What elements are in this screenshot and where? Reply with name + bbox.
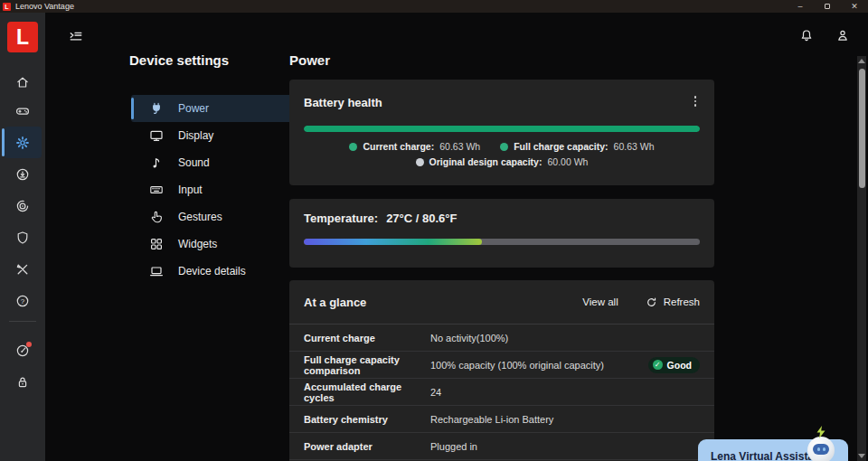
app-title: Lenovo Vantage [15,2,74,11]
green-dot-icon [500,143,508,151]
left-rail: L ? [0,13,45,461]
display-monitor-icon [149,128,164,143]
titlebar: L Lenovo Vantage – ✕ [0,0,868,13]
scrollbar-thumb[interactable] [859,69,865,188]
rail-divider [9,321,36,322]
device-laptop-icon [149,264,164,278]
nav-item-sound[interactable]: Sound [131,149,292,176]
at-a-glance-card: At a glance View all Refresh Current cha… [289,280,714,461]
kebab-menu-icon[interactable] [689,94,702,108]
legend-original-design-capacity: Original design capacity: 60.00 Wh [416,156,589,167]
check-circle-icon: ✓ [653,360,663,370]
power-plug-icon [149,101,164,116]
view-all-link[interactable]: View all [582,296,618,307]
refresh-label: Refresh [664,296,700,307]
battery-health-card: Battery health Current charge: 60.63 Wh … [289,80,714,185]
nav-item-gestures[interactable]: Gestures [131,203,292,230]
sound-note-icon [149,155,164,170]
refresh-icon [646,296,657,308]
nav-item-label: Device details [178,265,246,278]
svg-text:?: ? [21,297,25,306]
notifications-bell-icon[interactable] [799,28,814,43]
help-question-icon[interactable]: ? [15,294,30,308]
legend-full-charge-capacity: Full charge capacity: 60.63 Wh [500,141,654,152]
nav-item-input[interactable]: Input [131,176,292,203]
temperature-label: Temperature: [304,212,378,225]
battery-card-title: Battery health [304,96,382,109]
nav-item-label: Input [178,183,203,196]
input-keyboard-icon [149,183,164,197]
battery-health-bar [304,126,700,132]
nav-item-label: Display [178,129,213,142]
restore-icon [825,4,830,9]
nav-item-label: Sound [178,156,210,169]
content-area: Device settings Power Display Sound [45,13,868,461]
battery-health-bar-fill [304,126,700,132]
glance-title: At a glance [304,296,366,309]
account-user-icon[interactable] [835,28,850,43]
privacy-lock-icon[interactable] [15,375,30,390]
temperature-value: 27°C / 80.6°F [386,212,457,225]
collapse-menu-icon[interactable] [69,29,83,43]
app-logo-icon: L [3,3,11,11]
scrollbar[interactable] [857,56,866,461]
glance-row-full-charge-capacity-comparison: Full charge capacity comparison 100% cap… [289,352,714,379]
device-settings-menu: Power Display Sound Input [131,95,292,285]
rail-active-accent [2,128,5,156]
temperature-bar [304,239,700,245]
nav-title: Device settings [129,52,229,68]
scroll-up-arrow-icon[interactable] [858,59,865,63]
temperature-bar-fill [304,239,482,245]
gray-dot-icon [416,158,424,166]
green-dot-icon [349,143,357,151]
glance-row-battery-chemistry: Battery chemistry Rechargeable Li-ion Ba… [289,406,714,433]
security-shield-icon[interactable] [15,230,30,245]
lightning-bolt-icon [816,426,826,439]
glance-row-current-charge: Current charge No activity(100%) [289,325,714,352]
temperature-card: Temperature: 27°C / 80.6°F [289,199,714,268]
refresh-button[interactable]: Refresh [646,296,700,308]
status-badge-good: ✓ Good [648,357,700,373]
maximize-button[interactable] [814,0,841,13]
lenovo-vantage-window: L Lenovo Vantage – ✕ L [0,0,868,461]
games-icon[interactable] [15,104,30,118]
scroll-down-arrow-icon[interactable] [858,454,865,458]
settings-gear-icon[interactable] [15,136,30,150]
notification-dot [26,342,32,347]
page-title: Power [289,52,330,68]
nav-item-label: Gestures [178,211,222,223]
robot-avatar-icon[interactable] [807,437,835,461]
hardware-tools-icon[interactable] [15,262,30,277]
nav-item-power[interactable]: Power [131,95,292,122]
nav-item-label: Power [178,102,209,115]
gestures-hand-icon [149,210,164,224]
nav-item-device-details[interactable]: Device details [131,258,292,285]
legend-current-charge: Current charge: 60.63 Wh [349,141,480,152]
minimize-button[interactable]: – [787,0,814,13]
widgets-grid-icon [149,237,164,251]
close-button[interactable]: ✕ [841,0,868,13]
lenovo-logo: L [7,22,38,52]
nav-item-widgets[interactable]: Widgets [131,230,292,258]
nav-item-label: Widgets [178,238,217,250]
nav-item-display[interactable]: Display [131,122,292,149]
device-coil-icon[interactable] [15,199,30,213]
updates-download-icon[interactable] [15,167,30,182]
glance-row-accumulated-charge-cycles: Accumulated charge cycles 24 [289,379,714,406]
home-icon[interactable] [15,75,30,89]
glance-row-power-adapter: Power adapter Plugged in [289,433,714,460]
